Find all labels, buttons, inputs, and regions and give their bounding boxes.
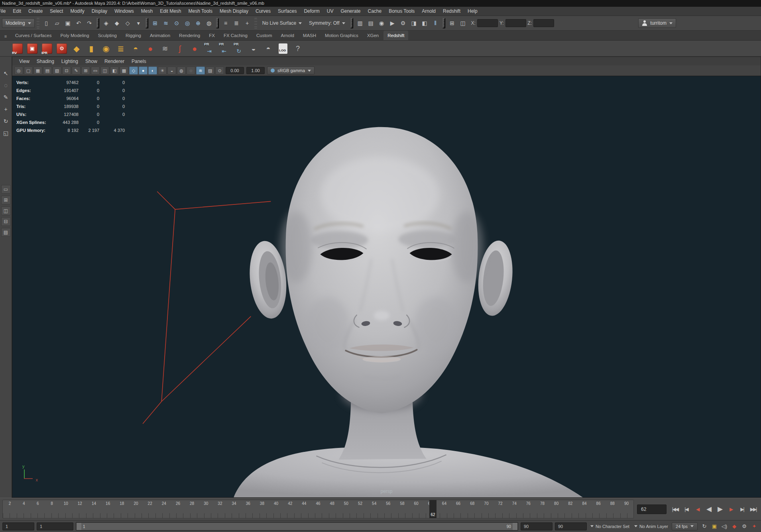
rs-volume-icon[interactable]: ◒ [246, 41, 261, 56]
shelf-tab[interactable]: FX Caching [220, 31, 252, 40]
make-live-icon[interactable]: ◍ [204, 18, 214, 28]
rs-hair-icon[interactable]: ʃ [173, 41, 187, 56]
go-to-end-button[interactable]: ▶▶| [748, 504, 759, 514]
move-tool[interactable]: + [1, 104, 11, 114]
lasso-tool[interactable]: ◌ [1, 80, 11, 90]
snap-grid-icon[interactable]: ⊞ [150, 18, 160, 28]
shelf-tab[interactable]: MASH [299, 31, 320, 40]
2d-pan-zoom-icon[interactable]: ⊡ [62, 67, 71, 75]
motion-blur-icon[interactable]: ◌ [187, 67, 195, 75]
input-operations-icon[interactable]: ≡ [221, 18, 231, 28]
status-icon[interactable] [146, 18, 148, 28]
rs-render-view-icon[interactable]: RV [10, 41, 25, 56]
character-set-selector[interactable]: No Character Set [589, 524, 631, 529]
rs-proxy-import-icon[interactable]: ⇤ PR [217, 41, 231, 56]
rs-area-light-icon[interactable]: ≣ [114, 41, 128, 56]
rotate-tool[interactable]: ↻ [1, 116, 11, 126]
launch-render-view-icon[interactable]: ◧ [420, 18, 430, 28]
shelf-options-icon[interactable]: ≡ [2, 32, 10, 40]
save-scene-icon[interactable]: ▣ [63, 18, 73, 28]
view-transform-selector[interactable]: sRGB gamma [267, 67, 315, 75]
gamma-field[interactable]: 1.00 [246, 67, 265, 74]
head-model[interactable] [234, 127, 582, 497]
step-back-key-button[interactable]: ◀ [692, 504, 703, 514]
playback-loop-icon[interactable]: ↻ [700, 522, 709, 531]
range-handle-right[interactable] [513, 523, 517, 530]
shelf-tab[interactable]: XGen [363, 31, 383, 40]
use-all-lights-icon[interactable]: ✳ [158, 67, 167, 75]
evaluation-mode-icon[interactable]: ✦ [750, 522, 759, 531]
shaded-mode-icon[interactable]: ● [139, 67, 147, 75]
menu-item[interactable]: Edit [9, 7, 25, 16]
rs-proxy-update-icon[interactable]: ↻ PR [232, 41, 246, 56]
select-camera-icon[interactable]: ◎ [14, 67, 23, 75]
selection-mask-dropdown-icon[interactable]: ▾ [134, 18, 144, 28]
open-render-view-icon[interactable]: ▥ [355, 18, 365, 28]
range-handle-left[interactable] [77, 523, 81, 530]
redo-icon[interactable]: ↷ [85, 18, 94, 28]
symmetry-selector[interactable]: Symmetry: Off [306, 20, 348, 26]
ipr-render-icon[interactable]: ◉ [377, 18, 387, 28]
panel-menu-item[interactable]: Show [82, 59, 101, 64]
paint-select-tool[interactable]: ✎ [1, 92, 11, 102]
grid-toggle-icon[interactable]: ⊞ [447, 18, 457, 28]
step-back-frame-button[interactable]: |◀ [681, 504, 692, 514]
snap-together-icon[interactable]: ◫ [458, 18, 468, 28]
hypershade-icon[interactable]: ◨ [409, 18, 419, 28]
panel-menu-item[interactable]: Panels [128, 59, 150, 64]
film-gate-icon[interactable]: ▭ [91, 67, 100, 75]
x-input[interactable] [477, 19, 498, 27]
rs-material-icon[interactable]: ◆ [69, 41, 84, 56]
multisample-aa-icon[interactable]: ≋ [196, 67, 205, 75]
workspace-selector[interactable]: turritom [638, 18, 676, 28]
status-icon[interactable] [442, 18, 445, 28]
select-tool[interactable]: ↖ [1, 69, 11, 78]
field-chart-icon[interactable]: ▩ [120, 67, 128, 75]
current-frame-field[interactable]: 62 [637, 505, 667, 514]
menu-item[interactable]: Create [25, 7, 46, 16]
menu-item[interactable]: Curves [252, 7, 274, 16]
exposure-field[interactable]: 0.00 [226, 67, 244, 74]
grid-icon[interactable]: ⊞ [81, 67, 90, 75]
layout-four-pane[interactable]: ⊞ [1, 196, 11, 204]
bookmarks-icon[interactable]: ▤ [43, 67, 52, 75]
snap-view-plane-icon[interactable]: ⊕ [193, 18, 203, 28]
rs-environment-icon[interactable]: ◓ [261, 41, 275, 56]
menu-item[interactable]: File [0, 7, 9, 16]
time-slider[interactable]: 2468101214161820222426283032343638404244… [2, 500, 634, 518]
menu-item[interactable]: Mesh Tools [185, 7, 216, 16]
rs-sphere-icon[interactable]: ● [187, 41, 202, 56]
menu-set-selector[interactable]: Modeling [2, 18, 35, 28]
rs-ipr-icon[interactable]: IPR [40, 41, 54, 56]
shadows-icon[interactable]: ◒ [167, 67, 176, 75]
status-icon[interactable] [216, 18, 219, 28]
menu-item[interactable]: Cache [364, 7, 385, 16]
shelf-tab[interactable]: Redshift [383, 31, 408, 40]
go-to-start-button[interactable]: |◀◀ [670, 504, 680, 514]
panel-menu-item[interactable]: Lighting [58, 59, 82, 64]
auto-keyframe-icon[interactable]: ◆ [730, 522, 739, 531]
toolbar-grip[interactable] [254, 18, 257, 28]
playback-end-field[interactable]: 90 [521, 522, 553, 530]
rs-point-light-icon[interactable]: ◉ [99, 41, 113, 56]
menu-item[interactable]: Surfaces [274, 7, 300, 16]
viewport-3d[interactable]: Verts: 97462 0 0 Edges: 191407 0 0 Faces… [12, 76, 761, 498]
pause-viewport-icon[interactable]: ‖ [431, 18, 440, 28]
rs-sun-light-icon[interactable]: ● [143, 41, 157, 56]
rs-log-icon[interactable]: LOG [276, 41, 290, 56]
rs-dome-light-icon[interactable]: ◓ [128, 41, 143, 56]
animation-start-field[interactable]: 1 [2, 522, 34, 530]
y-input[interactable] [505, 19, 526, 27]
isolate-select-icon[interactable]: ⊙ [215, 67, 224, 75]
animation-preferences-icon[interactable]: ⚙ [740, 522, 749, 531]
image-plane-icon[interactable]: ▧ [53, 67, 61, 75]
rs-help-icon[interactable]: ? [291, 41, 305, 56]
snap-point-icon[interactable]: ⊙ [172, 18, 182, 28]
camera-attributes-icon[interactable]: ▦ [33, 67, 42, 75]
render-current-frame-icon[interactable]: ▤ [366, 18, 376, 28]
new-scene-icon[interactable]: ▯ [41, 18, 51, 28]
render-settings-icon[interactable]: ⚙ [398, 18, 408, 28]
resolution-gate-icon[interactable]: ◫ [100, 67, 109, 75]
play-backwards-button[interactable]: ◀ [703, 504, 714, 514]
shelf-tab[interactable]: Motion Graphics [321, 31, 362, 40]
